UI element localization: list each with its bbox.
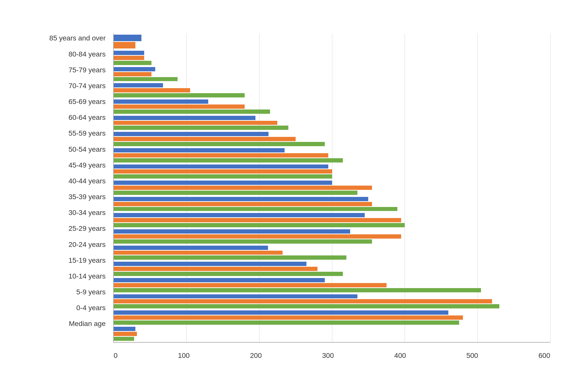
bar-group (114, 228, 550, 245)
bar-2016 (114, 218, 401, 222)
bar-2011 (114, 294, 357, 299)
bar-2021 (114, 61, 152, 65)
bar-2011 (114, 327, 136, 331)
bar-group (114, 277, 550, 293)
bar-group (114, 147, 550, 164)
bar-2016 (114, 299, 492, 303)
bar-2021 (114, 126, 288, 130)
bar-2016 (114, 251, 283, 255)
y-axis-label: 80-84 years (69, 51, 106, 58)
chart-area: 85 years and over80-84 years75-79 years7… (113, 34, 550, 343)
bar-2011 (114, 181, 332, 185)
bar-2016 (114, 72, 152, 76)
bar-2011 (114, 246, 268, 250)
bar-2016 (114, 169, 332, 174)
bar-2016 (114, 104, 245, 109)
grid-line (550, 34, 551, 342)
bar-2021 (114, 93, 245, 97)
bar-2016 (114, 267, 317, 271)
bar-2021 (114, 272, 343, 276)
bar-2016 (114, 283, 387, 287)
x-axis-label: 200 (250, 352, 262, 360)
bar-2011 (114, 229, 350, 234)
y-axis-label: 30-34 years (69, 209, 106, 216)
bar-group (114, 196, 550, 212)
bar-2021 (114, 304, 499, 308)
bar-2021 (114, 320, 459, 325)
bar-group (114, 212, 550, 228)
bar-2016 (114, 88, 190, 92)
bar-2016 (114, 42, 136, 48)
bar-2011 (114, 132, 269, 136)
y-axis-labels: 85 years and over80-84 years75-79 years7… (20, 34, 111, 335)
bar-2021 (114, 223, 405, 227)
bar-2021 (114, 288, 481, 292)
bar-2016 (114, 56, 144, 60)
y-axis-label: 5-9 years (76, 289, 106, 296)
bar-2011 (114, 165, 329, 169)
y-axis-label: 75-79 years (69, 67, 106, 74)
bar-group (114, 82, 550, 98)
bar-group (114, 131, 550, 147)
bar-2011 (114, 116, 256, 120)
bar-2011 (114, 278, 325, 282)
y-axis-label: 85 years and over (49, 35, 105, 42)
bar-2016 (114, 153, 329, 157)
x-axis-label: 0 (114, 352, 118, 360)
y-axis-label: 65-69 years (69, 98, 106, 105)
y-axis-label: 20-24 years (69, 241, 106, 248)
bar-2011 (114, 213, 365, 217)
x-axis-label: 100 (178, 352, 190, 360)
bar-group (114, 66, 550, 82)
bar-group (114, 309, 550, 326)
bar-2011 (114, 35, 141, 41)
bar-group (114, 164, 550, 180)
y-axis-label: 50-54 years (69, 146, 106, 153)
bars-area: 0100200300400500600 (113, 34, 550, 343)
bar-group (114, 261, 550, 277)
bar-2011 (114, 310, 448, 315)
bar-2011 (114, 83, 163, 87)
bar-2016 (114, 202, 372, 206)
bar-2021 (114, 77, 178, 81)
bar-2021 (114, 158, 343, 162)
x-axis-label: 500 (466, 352, 478, 360)
y-axis-label: 45-49 years (69, 162, 106, 169)
bar-2011 (114, 197, 368, 201)
bar-2021 (114, 174, 332, 179)
y-axis-label: 55-59 years (69, 130, 106, 137)
x-axis-label: 600 (539, 352, 550, 360)
bar-2016 (114, 121, 278, 125)
y-axis-label: 0-4 years (76, 304, 106, 311)
bar-2021 (114, 255, 347, 260)
bar-group (114, 180, 550, 196)
bar-2011 (114, 148, 285, 152)
bar-2016 (114, 137, 296, 141)
bar-2021 (114, 207, 398, 211)
bar-group (114, 293, 550, 310)
y-axis-label: 60-64 years (69, 114, 106, 121)
x-axis-label: 400 (394, 352, 406, 360)
x-axis-label: 300 (322, 352, 334, 360)
bar-group (114, 245, 550, 261)
bar-2011 (114, 262, 307, 266)
bar-2016 (114, 186, 372, 190)
bar-2016 (114, 234, 401, 239)
bar-group (114, 50, 550, 66)
bar-group (114, 326, 550, 342)
bar-2011 (114, 99, 208, 104)
y-axis-label: 70-74 years (69, 82, 106, 89)
bar-group (114, 98, 550, 115)
bar-2011 (114, 51, 144, 55)
y-axis-label: Median age (69, 320, 105, 327)
bar-2016 (114, 315, 463, 320)
bar-2016 (114, 332, 137, 336)
bar-2021 (114, 110, 270, 114)
bar-group (114, 34, 550, 50)
y-axis-label: 15-19 years (69, 257, 106, 264)
chart-container: 85 years and over80-84 years75-79 years7… (18, 9, 570, 373)
bar-2011 (114, 67, 155, 71)
y-axis-label: 35-39 years (69, 193, 106, 200)
x-axis-labels: 0100200300400500600 (114, 352, 550, 360)
y-axis-label: 10-14 years (69, 273, 106, 280)
